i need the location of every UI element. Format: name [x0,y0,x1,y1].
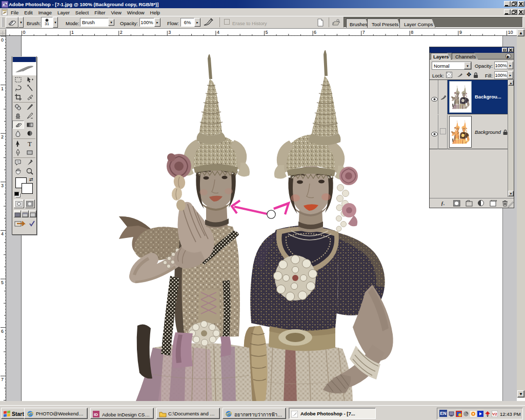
svg-text:5: 5 [1,280,4,285]
svg-text:7: 7 [362,30,365,35]
svg-text:1: 1 [71,30,74,35]
svg-text:8: 8 [411,30,413,35]
svg-text:1: 1 [1,86,4,91]
svg-text:3: 3 [168,30,171,35]
svg-text:V2: V2 [492,412,497,416]
svg-text:3: 3 [1,183,4,188]
svg-text:2: 2 [120,30,123,35]
svg-text:4: 4 [217,30,219,35]
svg-text:7: 7 [1,377,4,382]
svg-text:10: 10 [508,30,513,35]
svg-text:0: 0 [1,37,4,43]
svg-text:2: 2 [1,134,4,139]
svg-text:ID: ID [94,412,98,417]
svg-text:6: 6 [1,329,4,334]
svg-text:6: 6 [314,30,316,35]
svg-text:0: 0 [23,30,26,35]
svg-text:9: 9 [459,30,462,35]
svg-text:T: T [28,140,32,148]
svg-text:5: 5 [266,30,268,35]
svg-text:4: 4 [1,231,4,236]
